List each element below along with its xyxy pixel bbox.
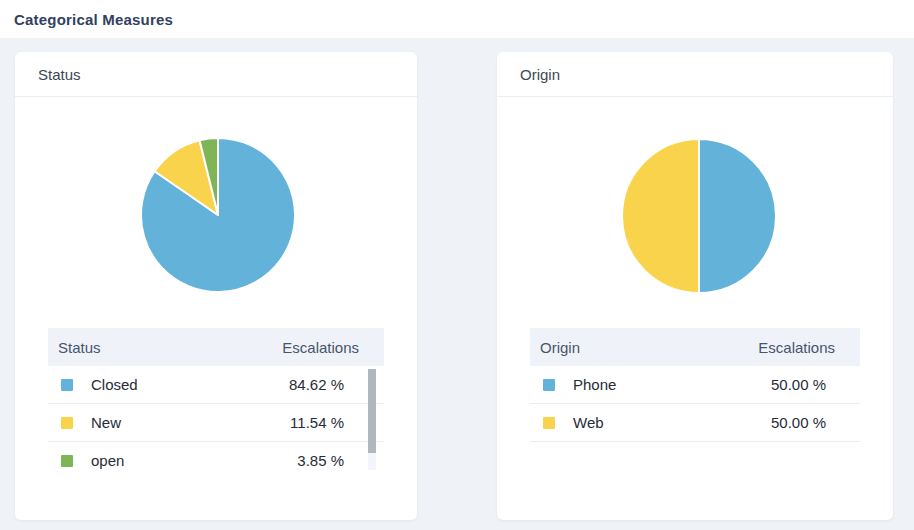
scrollbar-thumb[interactable] [368,369,376,453]
escalations-value: 11.54 % [290,414,344,431]
pie-slice-phone[interactable] [699,139,776,293]
origin-table-header: Origin Escalations [530,328,860,366]
table-row[interactable]: Phone50.00 % [530,366,860,404]
card-origin: Origin Origin Escalations Phone50.00 %We… [497,52,893,520]
card-status-header: Status [15,52,417,97]
category-label: Phone [573,376,616,393]
column-header-escalations: Escalations [282,339,359,356]
status-pie-chart [135,132,301,298]
escalations-value: 84.62 % [289,376,344,393]
escalations-value: 3.85 % [297,452,344,469]
legend-swatch-icon [61,379,73,391]
origin-table: Origin Escalations Phone50.00 %Web50.00 … [530,328,860,442]
status-table-header: Status Escalations [48,328,384,366]
category-label: New [91,414,121,431]
card-origin-title: Origin [520,66,560,83]
legend-swatch-icon [61,417,73,429]
status-table-body: Closed84.62 %New11.54 %open3.85 % [48,366,384,470]
pie-slice-web[interactable] [622,139,699,293]
card-origin-header: Origin [497,52,893,97]
escalations-value: 50.00 % [771,376,826,393]
top-header-bar: Categorical Measures [0,0,914,38]
table-row[interactable]: open3.85 % [48,442,384,470]
column-header-status: Status [58,339,101,356]
card-status: Status Status Escalations Closed84.62 %N… [15,52,417,520]
column-header-origin: Origin [540,339,580,356]
category-label: Web [573,414,604,431]
table-row[interactable]: Closed84.62 % [48,366,384,404]
legend-swatch-icon [543,379,555,391]
category-label: open [91,452,124,469]
escalations-value: 50.00 % [771,414,826,431]
origin-pie-chart [616,133,782,299]
category-label: Closed [91,376,138,393]
scrollbar-track [368,453,376,470]
origin-table-body: Phone50.00 %Web50.00 % [530,366,860,442]
status-table: Status Escalations Closed84.62 %New11.54… [48,328,384,470]
card-status-title: Status [38,66,81,83]
legend-swatch-icon [61,455,73,467]
table-row[interactable]: New11.54 % [48,404,384,442]
legend-swatch-icon [543,417,555,429]
column-header-escalations: Escalations [758,339,835,356]
page-title: Categorical Measures [14,11,173,28]
table-row[interactable]: Web50.00 % [530,404,860,442]
